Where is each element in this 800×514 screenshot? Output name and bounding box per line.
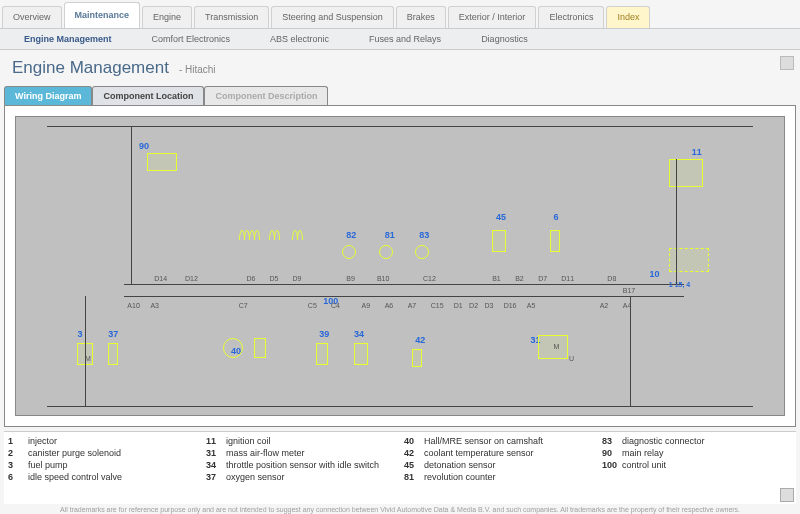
- subtab-diagnostics[interactable]: Diagnostics: [461, 31, 548, 47]
- pin-c7: C7: [239, 302, 248, 309]
- pin-b17: B17: [623, 287, 635, 294]
- num-82: 82: [346, 230, 356, 240]
- pin-a3: A3: [150, 302, 159, 309]
- num-39: 39: [319, 329, 329, 339]
- legend-row: 83diagnostic connector: [602, 435, 792, 447]
- legend-row: 6idle speed control valve: [8, 471, 198, 483]
- num-1-15-4: 1 15, 4: [669, 281, 690, 288]
- pin-c5: C5: [308, 302, 317, 309]
- comp-oxygen-sensor[interactable]: [108, 343, 118, 365]
- pin-a10: A10: [127, 302, 139, 309]
- num-90: 90: [139, 141, 149, 151]
- comp-gauge-82[interactable]: [342, 245, 356, 259]
- diagram-tabs: Wiring Diagram Component Location Compon…: [4, 86, 800, 105]
- num-42: 42: [415, 335, 425, 345]
- comp-39[interactable]: [316, 343, 328, 365]
- num-3: 3: [77, 329, 82, 339]
- pin-b2: B2: [515, 275, 524, 282]
- pin-c12: C12: [423, 275, 436, 282]
- tab-maintenance[interactable]: Maintenance: [64, 2, 141, 28]
- legend-table: 1injector 2canister purge solenoid 3fuel…: [4, 431, 796, 504]
- dtab-component-location[interactable]: Component Location: [92, 86, 204, 105]
- legend-row: 90main relay: [602, 447, 792, 459]
- pin-d6: D6: [246, 275, 255, 282]
- page-title-sub: - Hitachi: [179, 64, 216, 75]
- pin-d3: D3: [484, 302, 493, 309]
- pin-b10: B10: [377, 275, 389, 282]
- page-title-main: Engine Management: [12, 58, 169, 78]
- comp-distributor[interactable]: [669, 248, 709, 272]
- pin-d1: D1: [454, 302, 463, 309]
- pin-d16: D16: [504, 302, 517, 309]
- pin-a7: A7: [408, 302, 417, 309]
- tab-transmission[interactable]: Transmission: [194, 6, 269, 28]
- comp-throttle-position[interactable]: [354, 343, 368, 365]
- num-45: 45: [496, 212, 506, 222]
- subtab-abs-electronic[interactable]: ABS electronic: [250, 31, 349, 47]
- pin-c4: C4: [331, 302, 340, 309]
- pin-a9: A9: [362, 302, 371, 309]
- comp-diagnostic-connector[interactable]: [415, 245, 429, 259]
- pin-c15: C15: [431, 302, 444, 309]
- legend-row: 11ignition coil: [206, 435, 396, 447]
- comp-coolant-temp[interactable]: [412, 349, 422, 367]
- legend-row: 42coolant temperature sensor: [404, 447, 594, 459]
- dtab-wiring-diagram[interactable]: Wiring Diagram: [4, 86, 92, 105]
- tab-engine[interactable]: Engine: [142, 6, 192, 28]
- subtab-fuses-relays[interactable]: Fuses and Relays: [349, 31, 461, 47]
- num-34: 34: [354, 329, 364, 339]
- comp-ignition-coil[interactable]: [669, 159, 703, 187]
- page-title: Engine Management - Hitachi: [0, 50, 800, 86]
- footer-disclaimer: All trademarks are for reference purpose…: [0, 504, 800, 514]
- legend-row: 37oxygen sensor: [206, 471, 396, 483]
- wiring-diagram[interactable]: 90 11 82 81 83 45 6 10 1 15, 4 100 3 37 …: [15, 116, 785, 416]
- pin-d2: D2: [469, 302, 478, 309]
- tab-steering-suspension[interactable]: Steering and Suspension: [271, 6, 394, 28]
- dtab-component-description: Component Description: [204, 86, 328, 105]
- num-37: 37: [108, 329, 118, 339]
- num-83: 83: [419, 230, 429, 240]
- comp-idle-speed-valve[interactable]: [550, 230, 560, 252]
- scroll-down-icon[interactable]: [780, 488, 794, 502]
- pin-a6: A6: [385, 302, 394, 309]
- lbl-m2: M: [554, 343, 560, 350]
- pin-d7: D7: [538, 275, 547, 282]
- tab-index[interactable]: Index: [606, 6, 650, 28]
- tab-overview[interactable]: Overview: [2, 6, 62, 28]
- num-10: 10: [650, 269, 660, 279]
- pin-d8: D8: [607, 275, 616, 282]
- comp-canister-purge[interactable]: [254, 338, 266, 358]
- subtab-comfort-electronics[interactable]: Comfort Electronics: [132, 31, 251, 47]
- legend-row: 1injector: [8, 435, 198, 447]
- tab-electronics[interactable]: Electronics: [538, 6, 604, 28]
- num-11: 11: [692, 147, 702, 157]
- legend-row: 2canister purge solenoid: [8, 447, 198, 459]
- pin-a5: A5: [527, 302, 536, 309]
- collapse-icon[interactable]: [780, 56, 794, 70]
- comp-injector-coils[interactable]: [239, 230, 259, 242]
- num-6: 6: [554, 212, 559, 222]
- legend-row: 3fuel pump: [8, 459, 198, 471]
- subtab-engine-management[interactable]: Engine Management: [4, 31, 132, 47]
- tab-exterior-interior[interactable]: Exterior / Interior: [448, 6, 537, 28]
- legend-row: 34throttle position sensor with idle swi…: [206, 459, 396, 471]
- pin-d5: D5: [269, 275, 278, 282]
- pin-a2: A2: [600, 302, 609, 309]
- sub-tabs: Engine Management Comfort Electronics AB…: [0, 28, 800, 50]
- legend-row: 40Hall/MRE sensor on camshaft: [404, 435, 594, 447]
- tab-brakes[interactable]: Brakes: [396, 6, 446, 28]
- pin-d11: D11: [561, 275, 574, 282]
- pin-b1: B1: [492, 275, 501, 282]
- comp-detonation-sensor[interactable]: [492, 230, 506, 252]
- comp-main-relay[interactable]: [147, 153, 177, 171]
- diagram-container: 90 11 82 81 83 45 6 10 1 15, 4 100 3 37 …: [4, 105, 796, 427]
- top-tabs: Overview Maintenance Engine Transmission…: [0, 0, 800, 28]
- legend-row: 100control unit: [602, 459, 792, 471]
- pin-d14: D14: [154, 275, 167, 282]
- legend-row: 31mass air-flow meter: [206, 447, 396, 459]
- pin-d12: D12: [185, 275, 198, 282]
- comp-revolution-counter[interactable]: [379, 245, 393, 259]
- legend-row: 45detonation sensor: [404, 459, 594, 471]
- comp-hall-sensor[interactable]: [223, 338, 243, 358]
- lbl-u: U: [569, 355, 574, 362]
